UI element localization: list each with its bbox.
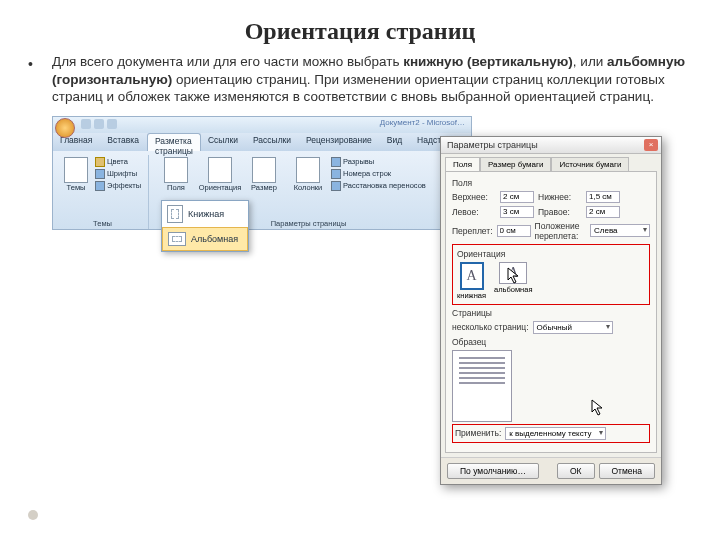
portrait-label: книжная (457, 291, 486, 300)
colors-button[interactable]: Цвета (95, 157, 141, 167)
right-label: Правое: (538, 207, 582, 217)
top-input[interactable] (500, 191, 534, 203)
gutter-input[interactable] (497, 225, 531, 237)
orientation-section: Ориентация A книжная A альбомная (452, 244, 650, 305)
ribbon-tabs: Главная Вставка Разметка страницы Ссылки… (53, 133, 471, 151)
tab-page-layout[interactable]: Разметка страницы (147, 133, 201, 151)
portrait-icon: A (460, 262, 484, 290)
orientation-title: Ориентация (457, 249, 645, 259)
margins-section-title: Поля (452, 178, 650, 188)
group-label: Темы (57, 219, 148, 228)
gutter-label: Переплет: (452, 226, 493, 236)
window-title-bar: Документ2 - Microsof… (53, 117, 471, 133)
preview-title: Образец (452, 337, 650, 347)
hyphenation-button[interactable]: Расстановка переносов (331, 181, 426, 191)
text-run: , или (573, 54, 607, 69)
orientation-icon (208, 157, 232, 183)
orientation-dropdown: Книжная Альбомная (161, 200, 249, 252)
margins-button[interactable]: Поля (155, 157, 197, 193)
tab-review[interactable]: Рецензирование (299, 133, 380, 151)
cursor-icon (591, 399, 605, 417)
size-button[interactable]: Размер (243, 157, 285, 193)
size-label: Размер (251, 184, 277, 192)
slide-title: Ориентация страниц (0, 18, 720, 45)
themes-icon (64, 157, 88, 183)
gutter-pos-select[interactable]: Слева (590, 224, 650, 237)
document-title: Документ2 - Microsof… (380, 118, 465, 127)
office-button[interactable] (55, 118, 75, 138)
quick-access-toolbar[interactable] (81, 119, 117, 129)
columns-label: Колонки (294, 184, 323, 192)
pages-title: Страницы (452, 308, 650, 318)
apply-to-label: Применить: (455, 428, 501, 438)
dialog-body: Поля Верхнее: Нижнее: Левое: Правое: Пер… (445, 171, 657, 453)
word-ribbon: Документ2 - Microsof… Главная Вставка Ра… (52, 116, 472, 230)
dialog-tab-layout[interactable]: Источник бумаги (551, 157, 629, 171)
preview-box (452, 350, 512, 422)
close-button[interactable]: × (644, 139, 658, 151)
themes-button[interactable]: Темы (61, 157, 91, 193)
tab-mailings[interactable]: Рассылки (246, 133, 299, 151)
dialog-footer: По умолчанию… ОК Отмена (441, 457, 661, 484)
multi-pages-label: несколько страниц: (452, 322, 529, 332)
apply-to-row: Применить: к выделенному тексту (452, 424, 650, 443)
slide-footer-mark (28, 510, 38, 520)
columns-button[interactable]: Колонки (287, 157, 329, 193)
body-paragraph: • Для всего документа или для его части … (0, 53, 720, 106)
landscape-label: альбомная (494, 285, 532, 294)
dialog-tab-margins[interactable]: Поля (445, 157, 480, 171)
apply-to-select[interactable]: к выделенному тексту (505, 427, 606, 440)
columns-icon (296, 157, 320, 183)
dialog-tab-paper[interactable]: Размер бумаги (480, 157, 551, 171)
orientation-button[interactable]: Ориентация (199, 157, 241, 193)
left-label: Левое: (452, 207, 496, 217)
text-run: Для всего документа или для его части мо… (52, 54, 403, 69)
orientation-portrait-option[interactable]: A книжная (457, 262, 486, 300)
dialog-title: Параметры страницы (447, 140, 538, 150)
dropdown-item-label: Книжная (188, 209, 224, 219)
dialog-tabs: Поля Размер бумаги Источник бумаги (441, 154, 661, 171)
size-icon (252, 157, 276, 183)
dropdown-landscape[interactable]: Альбомная (162, 227, 248, 251)
page-setup-dialog: Параметры страницы × Поля Размер бумаги … (440, 136, 662, 485)
margins-icon (164, 157, 188, 183)
left-input[interactable] (500, 206, 534, 218)
bottom-label: Нижнее: (538, 192, 582, 202)
landscape-page-icon (168, 232, 186, 246)
ribbon-body: Темы Цвета Шрифты Эффекты Темы Поля Орие… (53, 151, 471, 229)
bullet-icon: • (28, 55, 33, 73)
fonts-button[interactable]: Шрифты (95, 169, 141, 179)
tab-view[interactable]: Вид (380, 133, 410, 151)
orientation-label: Ориентация (199, 184, 242, 192)
dialog-title-bar: Параметры страницы × (441, 137, 661, 154)
tab-references[interactable]: Ссылки (201, 133, 246, 151)
group-themes: Темы Цвета Шрифты Эффекты Темы (57, 155, 149, 229)
margins-label: Поля (167, 184, 185, 192)
dropdown-portrait[interactable]: Книжная (162, 201, 248, 227)
line-numbers-button[interactable]: Номера строк (331, 169, 426, 179)
effects-button[interactable]: Эффекты (95, 181, 141, 191)
portrait-page-icon (167, 205, 183, 223)
default-button[interactable]: По умолчанию… (447, 463, 539, 479)
cursor-icon (507, 267, 521, 285)
text-bold: книжную (вертикальную) (403, 54, 573, 69)
top-label: Верхнее: (452, 192, 496, 202)
gutter-pos-label: Положение переплета: (535, 221, 586, 241)
tab-insert[interactable]: Вставка (100, 133, 147, 151)
bottom-input[interactable] (586, 191, 620, 203)
multi-pages-select[interactable]: Обычный (533, 321, 613, 334)
dropdown-item-label: Альбомная (191, 234, 238, 244)
embedded-screenshot: Документ2 - Microsof… Главная Вставка Ра… (52, 116, 662, 456)
cancel-button[interactable]: Отмена (599, 463, 656, 479)
breaks-button[interactable]: Разрывы (331, 157, 426, 167)
right-input[interactable] (586, 206, 620, 218)
themes-label: Темы (67, 184, 86, 192)
ok-button[interactable]: ОК (557, 463, 595, 479)
